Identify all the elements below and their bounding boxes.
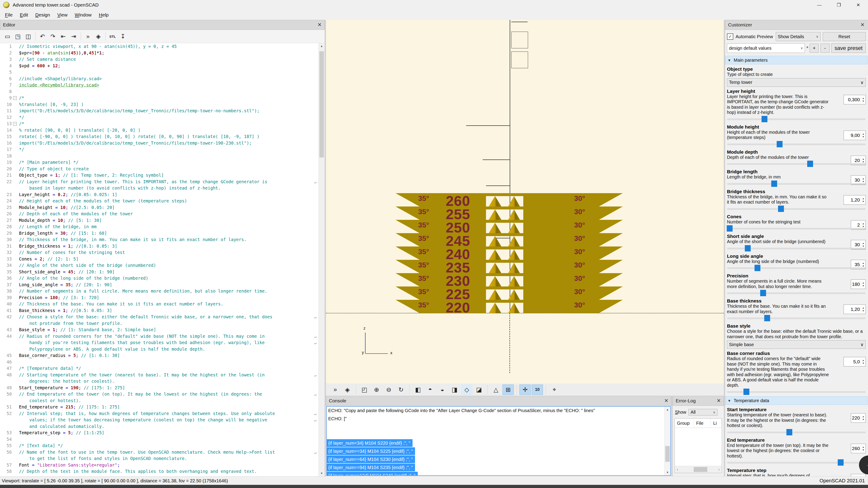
preview-icon[interactable]: » (330, 385, 341, 395)
unindent-icon[interactable]: ⇤ (58, 31, 68, 41)
param-spinbox[interactable]: 1,20▲▼ (844, 304, 866, 314)
param-slider[interactable] (727, 141, 866, 148)
spinbox-arrows[interactable]: ▲▼ (861, 197, 866, 203)
scroll-down-icon[interactable]: ▼ (664, 469, 671, 475)
close-icon[interactable]: ✕ (717, 398, 721, 404)
preview-icon[interactable]: » (83, 31, 93, 41)
zoom-all-icon[interactable]: ◰ (359, 385, 370, 395)
remove-preset-button[interactable]: - (820, 43, 830, 53)
param-spinbox[interactable]: 0,300▲▼ (844, 95, 866, 104)
param-slider[interactable] (727, 265, 866, 271)
param-slider[interactable] (727, 205, 866, 212)
param-spinbox[interactable]: 1,20▲▼ (844, 195, 866, 205)
view-center-icon[interactable]: ⌖ (549, 385, 560, 395)
view-right-icon[interactable]: ◧ (412, 385, 424, 395)
render-icon[interactable]: ◈ (342, 385, 353, 395)
slider-handle[interactable] (786, 429, 792, 435)
save-icon[interactable]: ◫ (23, 31, 33, 41)
3d-viewport[interactable]: 35°26030°35°25530°35°25030°35°24530°35°2… (326, 20, 724, 383)
param-slider[interactable] (727, 388, 866, 395)
undo-icon[interactable]: ↶ (37, 31, 48, 41)
param-slider[interactable] (727, 225, 866, 232)
spinbox-arrows[interactable]: ▲▼ (861, 306, 866, 312)
scrollbar-thumb[interactable] (694, 467, 707, 472)
view-left-icon[interactable]: ◨ (449, 385, 460, 395)
param-spinbox[interactable]: 180▲▼ (851, 280, 866, 289)
param-dropdown[interactable]: Simple base∨ (727, 340, 866, 349)
view-bottom-icon[interactable]: ◒ (437, 385, 448, 395)
console-scrollbar[interactable]: ▲ ▼ (664, 407, 671, 475)
close-icon[interactable]: ✕ (318, 22, 322, 28)
slider-handle[interactable] (760, 290, 766, 296)
spinbox-arrows[interactable]: ▲▼ (861, 415, 866, 421)
fold-marker-icon[interactable]: − (13, 122, 17, 126)
scroll-right-icon[interactable]: › (716, 468, 722, 471)
console-output[interactable]: ECHO: "Copy and paste the following GCod… (327, 406, 671, 476)
editor-scrollbar[interactable]: ▲ ▼ (318, 43, 324, 476)
param-slider[interactable] (727, 315, 866, 322)
param-slider[interactable] (727, 180, 866, 187)
close-button[interactable]: ✕ (848, 0, 868, 10)
slider-handle[interactable] (727, 225, 733, 232)
scroll-left-icon[interactable]: ‹ (675, 468, 680, 471)
save-preset-button[interactable]: save preset (831, 43, 866, 53)
menu-item-design[interactable]: Design (32, 11, 54, 19)
view-orthogonal-icon[interactable]: ◪ (473, 385, 485, 395)
param-slider[interactable] (727, 160, 866, 167)
close-icon[interactable]: ✕ (861, 22, 865, 28)
scrollbar-thumb[interactable] (665, 446, 670, 462)
menu-item-file[interactable]: File (1, 11, 16, 19)
spinbox-arrows[interactable]: ▲▼ (861, 359, 866, 365)
render-icon[interactable]: ◈ (93, 31, 103, 41)
slider-handle[interactable] (762, 116, 767, 122)
param-dropdown[interactable]: Temp tower∨ (727, 78, 866, 87)
automatic-preview-checkbox[interactable]: ✓ (727, 33, 733, 40)
slider-handle[interactable] (771, 181, 777, 187)
show-crosshairs-icon[interactable]: ✛ (520, 385, 531, 395)
show-axes-icon[interactable]: ⊞ (502, 385, 514, 395)
slider-handle[interactable] (764, 315, 770, 321)
close-icon[interactable]: ✕ (664, 398, 669, 404)
slider-handle[interactable] (745, 245, 751, 252)
param-spinbox[interactable]: 5▲▼ (851, 474, 866, 476)
menu-item-view[interactable]: View (54, 11, 71, 19)
redo-icon[interactable]: ↷ (48, 31, 58, 41)
show-edges-icon[interactable]: △ (490, 385, 502, 395)
spinbox-arrows[interactable]: ▲▼ (861, 97, 866, 103)
menu-item-edit[interactable]: Edit (16, 11, 32, 19)
show-scale-markers-icon[interactable]: 10 (532, 385, 543, 395)
slider-handle[interactable] (838, 459, 844, 466)
open-file-icon[interactable]: ◳ (13, 31, 23, 41)
restore-button[interactable]: ❐ (829, 0, 848, 10)
spinbox-arrows[interactable]: ▲▼ (861, 281, 866, 287)
zoom-out-icon[interactable]: ⊖ (383, 385, 395, 395)
code-editor[interactable]: 1// Isometric viewport, x at 90 - atan(s… (0, 43, 319, 476)
minimize-button[interactable]: — (810, 0, 829, 10)
param-spinbox[interactable]: 5,0▲▼ (844, 357, 866, 366)
spinbox-arrows[interactable]: ▲▼ (861, 132, 866, 138)
param-spinbox[interactable]: 9,00▲▼ (844, 131, 866, 140)
section-header-main-parameters[interactable]: ▼Main parameters (725, 56, 868, 64)
add-preset-button[interactable]: + (810, 43, 819, 53)
menu-item-help[interactable]: Help (95, 11, 112, 19)
param-spinbox[interactable]: 220▲▼ (851, 413, 866, 423)
error-table-hscrollbar[interactable]: ‹ › (675, 466, 722, 473)
fold-marker-icon[interactable]: − (13, 96, 17, 100)
send-to-printer-icon[interactable]: ↧ (118, 31, 128, 41)
details-dropdown[interactable]: Show Details ∨ (776, 32, 820, 41)
param-slider[interactable] (727, 290, 866, 296)
section-header-temperature-data[interactable]: ▼Temperature data (725, 396, 868, 405)
slider-handle[interactable] (743, 389, 749, 395)
scroll-down-icon[interactable]: ▼ (319, 470, 324, 476)
menu-item-window[interactable]: Window (71, 11, 95, 19)
param-spinbox[interactable]: 260▲▼ (851, 444, 866, 453)
slider-handle[interactable] (807, 161, 813, 167)
scrollbar-thumb[interactable] (319, 51, 324, 158)
param-slider[interactable] (727, 459, 866, 466)
slider-handle[interactable] (777, 141, 782, 147)
scroll-up-icon[interactable]: ▲ (664, 407, 671, 413)
slider-handle[interactable] (754, 265, 761, 271)
param-slider[interactable] (727, 116, 866, 123)
param-slider[interactable] (727, 245, 866, 252)
slider-handle[interactable] (778, 205, 784, 212)
